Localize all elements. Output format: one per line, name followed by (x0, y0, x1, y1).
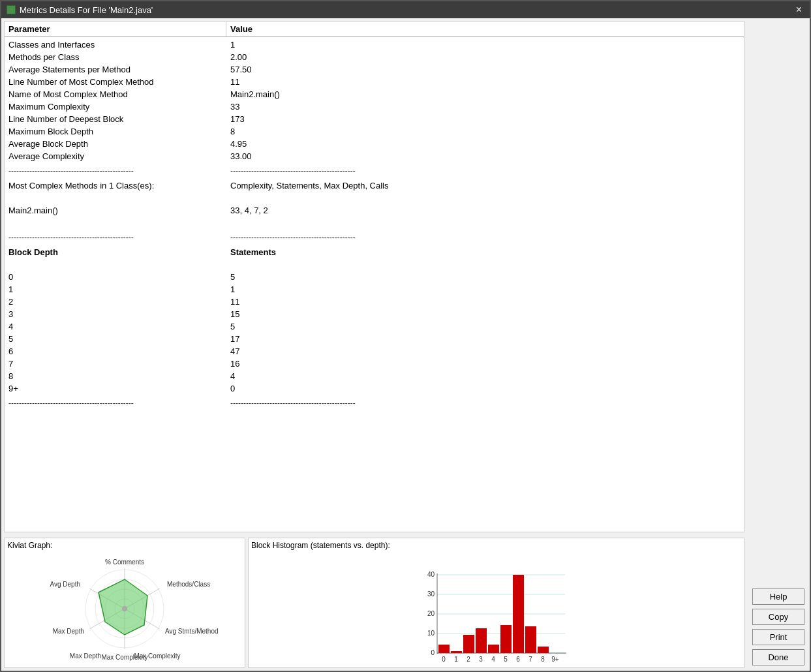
depth-val: 4 (5, 321, 226, 332)
block-depth-row: 716 (5, 358, 744, 370)
svg-text:Avg Stmts/Method: Avg Stmts/Method (165, 628, 219, 635)
bottom-section: Kiviat Graph: (4, 538, 744, 668)
svg-text:5: 5 (504, 656, 508, 663)
table-row: Classes and Interfaces1 (5, 38, 744, 51)
row-param: Average Complexity (5, 151, 226, 162)
table-row: Maximum Block Depth8 (5, 125, 744, 138)
left-panel: Parameter Value Classes and Interfaces1M… (1, 18, 747, 671)
svg-rect-37 (500, 625, 512, 653)
print-button[interactable]: Print (752, 629, 804, 645)
svg-rect-33 (451, 651, 462, 653)
sep2-value: ----------------------------------------… (226, 232, 744, 243)
row-param: Line Number of Deepest Block (5, 114, 226, 125)
sep3-param: ----------------------------------------… (5, 397, 226, 409)
statements-label: Statements (226, 247, 744, 258)
svg-text:8: 8 (541, 656, 545, 663)
title-bar-left: Metrics Details For File 'Main2.java' (7, 5, 153, 15)
histogram-svg: 40 30 20 10 0 (421, 567, 572, 665)
table-header: Parameter Value (5, 22, 744, 37)
data-rows: Classes and Interfaces1Methods per Class… (5, 37, 744, 413)
sep2-param: ----------------------------------------… (5, 232, 226, 243)
svg-text:Max Depth: Max Depth (70, 652, 101, 660)
close-button[interactable]: × (793, 4, 804, 16)
window-title: Metrics Details For File 'Main2.java' (20, 5, 153, 15)
svg-text:2: 2 (467, 656, 470, 663)
kiviat-panel: Kiviat Graph: (4, 538, 245, 668)
kiviat-graph: % Comments Methods/Class Avg Stmts/Metho… (7, 553, 242, 665)
complex-label-param: Most Complex Methods in 1 Class(es): (5, 180, 226, 191)
row-param: Line Number of Most Complex Method (5, 76, 226, 87)
table-row: Average Complexity33.00 (5, 150, 744, 162)
row-value: 2.00 (226, 52, 744, 63)
stmts-val: 0 (226, 383, 744, 394)
method-row: Main2.main() 33, 4, 7, 2 (5, 204, 744, 217)
svg-rect-38 (513, 575, 524, 653)
table-row: Average Block Depth4.95 (5, 138, 744, 150)
svg-rect-35 (476, 628, 487, 653)
sep1-value: ----------------------------------------… (226, 165, 744, 177)
metrics-table[interactable]: Parameter Value Classes and Interfaces1M… (4, 21, 744, 532)
complex-methods-header: Most Complex Methods in 1 Class(es): Com… (5, 179, 744, 192)
separator-row-3: ----------------------------------------… (5, 395, 744, 412)
row-value: 11 (226, 76, 744, 87)
separator-row-2: ----------------------------------------… (5, 229, 744, 246)
kiviat-title: Kiviat Graph: (7, 541, 242, 550)
done-button[interactable]: Done (752, 649, 804, 665)
depth-val: 6 (5, 346, 226, 357)
separator-row-1: ----------------------------------------… (5, 162, 744, 179)
blank-row-2 (5, 217, 744, 229)
method-param: Main2.main() (5, 205, 226, 216)
stmts-val: 5 (226, 321, 744, 332)
stmts-val: 17 (226, 333, 744, 344)
svg-text:Max Complexity: Max Complexity (134, 652, 180, 660)
svg-text:7: 7 (528, 656, 532, 663)
histogram-graph: 40 30 20 10 0 (251, 553, 741, 665)
complex-label-value: Complexity, Statements, Max Depth, Calls (226, 180, 744, 191)
svg-text:Methods/Class: Methods/Class (167, 581, 210, 588)
block-depth-rows: 051121131545517647716849+0 (5, 271, 744, 395)
block-depth-row: 84 (5, 370, 744, 382)
row-value: 57.50 (226, 64, 744, 75)
copy-button[interactable]: Copy (752, 609, 804, 625)
stmts-val: 47 (226, 346, 744, 357)
window-icon (7, 5, 16, 14)
svg-rect-40 (538, 647, 549, 653)
svg-text:0: 0 (431, 649, 435, 656)
method-value: 33, 4, 7, 2 (226, 205, 744, 216)
block-depth-row: 647 (5, 345, 744, 358)
title-bar: Metrics Details For File 'Main2.java' × (1, 1, 810, 18)
table-row: Average Statements per Method57.50 (5, 63, 744, 76)
row-param: Classes and Interfaces (5, 39, 226, 50)
main-metrics-rows: Classes and Interfaces1Methods per Class… (5, 38, 744, 162)
param-header: Parameter (5, 22, 226, 37)
kiviat-svg: % Comments Methods/Class Avg Stmts/Metho… (20, 557, 229, 661)
svg-text:4: 4 (491, 656, 495, 663)
sep1-param: ----------------------------------------… (5, 165, 226, 177)
main-window: Metrics Details For File 'Main2.java' × … (0, 0, 811, 672)
block-depth-row: 315 (5, 308, 744, 320)
main-content: Parameter Value Classes and Interfaces1M… (1, 18, 810, 671)
svg-text:1: 1 (454, 656, 458, 663)
stmts-val: 16 (226, 358, 744, 369)
row-value: 1 (226, 39, 744, 50)
svg-point-11 (122, 606, 127, 611)
block-depth-header: Block Depth Statements (5, 246, 744, 258)
row-value: 33 (226, 101, 744, 112)
row-param: Average Statements per Method (5, 64, 226, 75)
depth-val: 8 (5, 371, 226, 382)
svg-text:Max Depth: Max Depth (53, 628, 84, 635)
stmts-val: 5 (226, 271, 744, 283)
table-row: Methods per Class2.00 (5, 51, 744, 63)
svg-rect-39 (525, 626, 536, 653)
svg-text:3: 3 (479, 656, 483, 663)
svg-rect-36 (488, 645, 499, 653)
depth-val: 5 (5, 333, 226, 344)
block-depth-row: 05 (5, 271, 744, 283)
svg-rect-34 (463, 635, 474, 653)
row-value: 33.00 (226, 151, 744, 162)
svg-rect-32 (438, 645, 450, 653)
help-button[interactable]: Help (752, 588, 804, 605)
depth-val: 2 (5, 296, 226, 307)
row-param: Methods per Class (5, 52, 226, 63)
blank-row-1 (5, 192, 744, 204)
